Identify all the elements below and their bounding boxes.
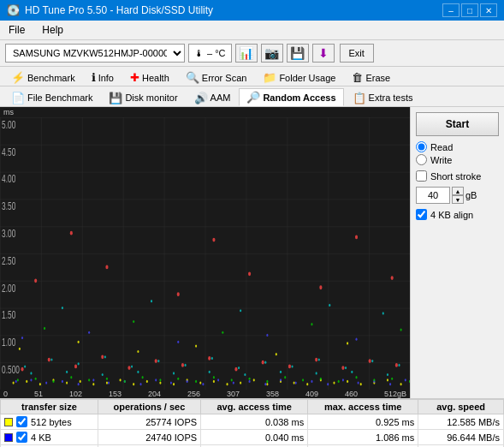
extra-tests-icon: 📋 (353, 92, 366, 104)
short-stroke-text: Short stroke (430, 171, 481, 182)
svg-point-126 (391, 276, 394, 280)
tab-aam[interactable]: 🔊 AAM (187, 88, 239, 106)
svg-point-134 (131, 365, 133, 367)
row-ops: 25774 IOPS (98, 414, 200, 430)
thermometer-icon: 🌡 (194, 48, 204, 58)
tab-benchmark[interactable]: ⚡ Benchmark (3, 69, 83, 86)
app-icon: 💽 (7, 4, 20, 16)
svg-point-137 (211, 357, 213, 360)
svg-point-98 (373, 378, 375, 381)
row-speed: 96.644 MB/s (418, 430, 504, 445)
tab-erase[interactable]: 🗑 Erase (344, 69, 398, 86)
svg-text:5.00: 5.00 (2, 118, 15, 130)
minimize-button[interactable]: – (442, 3, 460, 17)
svg-text:2.50: 2.50 (2, 254, 15, 266)
svg-text:4.00: 4.00 (2, 172, 15, 184)
stepper-up[interactable]: ▲ (452, 187, 464, 195)
temp-display: 🌡 – °C (188, 44, 232, 63)
row-label-text: 4 KB (31, 432, 51, 443)
svg-point-42 (78, 341, 80, 343)
row-ops: 24740 IOPS (98, 430, 200, 445)
svg-point-64 (280, 378, 282, 381)
svg-point-72 (405, 378, 406, 381)
svg-point-40 (400, 383, 402, 385)
tab-extra-tests[interactable]: 📋 Extra tests (345, 88, 421, 106)
menu-file[interactable]: File (3, 22, 30, 38)
svg-point-131 (50, 358, 52, 361)
close-button[interactable]: ✕ (480, 3, 497, 17)
tab-file-benchmark[interactable]: 📄 File Benchmark (3, 88, 100, 106)
align-checkbox[interactable] (416, 209, 427, 220)
align-label[interactable]: 4 KB align (416, 209, 499, 220)
short-stroke-label[interactable]: Short stroke (416, 170, 499, 182)
svg-point-123 (177, 292, 180, 296)
maximize-button[interactable]: □ (461, 3, 478, 17)
row-checkbox[interactable] (16, 432, 27, 443)
tab-disk-monitor[interactable]: 💾 Disk monitor (101, 88, 185, 106)
tab-info[interactable]: ℹ Info (84, 69, 122, 86)
svg-point-83 (106, 378, 108, 380)
menu-help[interactable]: Help (37, 22, 68, 38)
row-color-box (4, 433, 13, 442)
svg-point-30 (266, 383, 268, 385)
svg-point-44 (195, 345, 197, 348)
tab-random-access[interactable]: 🔎 Random Access (239, 88, 343, 106)
download-icon-btn[interactable]: 💾 (287, 44, 309, 63)
radio-group: Read Write (416, 141, 499, 165)
svg-point-116 (288, 365, 291, 369)
svg-point-41 (19, 348, 21, 350)
svg-point-91 (249, 378, 251, 380)
tab-error-scan[interactable]: 🔍 Error Scan (178, 69, 255, 86)
upload-icon-btn[interactable]: ⬇ (312, 44, 335, 63)
row-label-text: 512 bytes (31, 417, 72, 427)
svg-point-143 (371, 360, 373, 362)
write-radio-label[interactable]: Write (416, 154, 499, 165)
info-icon-btn[interactable]: 📊 (235, 44, 258, 63)
row-checkbox[interactable] (16, 416, 27, 427)
tab-folder-usage[interactable]: 📁 Folder Usage (255, 69, 343, 86)
drive-select[interactable]: SAMSUNG MZVKW512HMJP-00000 (512 (5, 44, 185, 63)
row-max: 0.925 ms (308, 414, 418, 430)
svg-point-43 (137, 350, 139, 353)
row-label-cell: 4 KB (1, 430, 98, 445)
svg-point-75 (177, 341, 179, 343)
read-radio-label[interactable]: Read (416, 141, 499, 152)
svg-point-146 (151, 300, 152, 302)
svg-point-136 (185, 364, 187, 367)
svg-point-39 (387, 378, 388, 381)
stroke-value-input[interactable] (416, 187, 450, 204)
camera-icon-btn[interactable]: 📷 (261, 44, 283, 63)
svg-point-110 (127, 366, 130, 370)
svg-point-86 (159, 378, 161, 381)
x-axis: 0 51 102 153 204 256 307 358 409 460 512… (0, 390, 410, 398)
svg-point-133 (104, 355, 106, 358)
svg-point-11 (13, 381, 15, 384)
svg-point-142 (345, 367, 347, 369)
svg-point-93 (284, 376, 286, 378)
svg-point-103 (222, 331, 223, 334)
exit-button[interactable]: Exit (340, 44, 374, 63)
svg-point-148 (329, 304, 330, 307)
svg-point-68 (342, 378, 344, 381)
svg-point-57 (170, 381, 172, 384)
svg-point-88 (195, 380, 197, 383)
read-radio[interactable] (416, 141, 427, 152)
stepper-down[interactable]: ▼ (452, 195, 464, 204)
svg-point-145 (62, 307, 63, 309)
write-radio[interactable] (416, 154, 427, 165)
svg-point-132 (78, 362, 80, 365)
svg-point-48 (30, 378, 32, 381)
svg-point-33 (306, 383, 308, 385)
svg-text:4.50: 4.50 (2, 146, 15, 158)
svg-point-80 (52, 380, 54, 383)
svg-point-85 (142, 376, 144, 378)
svg-point-105 (400, 328, 402, 331)
svg-text:2.00: 2.00 (2, 282, 15, 294)
short-stroke-checkbox[interactable] (416, 170, 427, 182)
start-button[interactable]: Start (416, 112, 499, 136)
svg-point-119 (369, 359, 371, 363)
svg-point-153 (137, 371, 139, 373)
svg-point-13 (39, 383, 41, 385)
svg-point-97 (355, 376, 357, 378)
tab-health[interactable]: ✚ Health (122, 69, 177, 86)
